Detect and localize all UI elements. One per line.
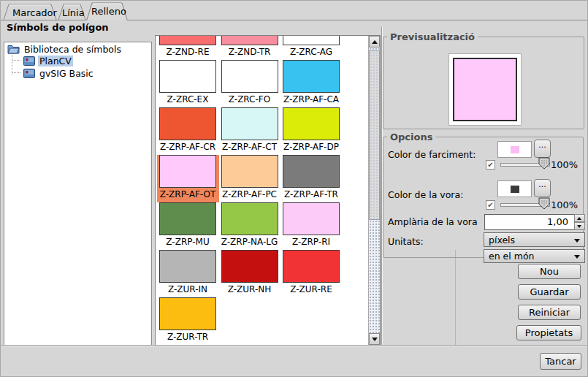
preview-frame <box>448 53 522 126</box>
scroll-thumb[interactable] <box>369 50 380 220</box>
swatch-color <box>159 202 216 235</box>
swatch-label: Z-ZRC-AG <box>280 47 342 57</box>
swatch-color <box>159 107 216 140</box>
fill-color-chip <box>511 146 519 153</box>
swatch-label: Z-ZRP-AF-CR <box>157 142 218 152</box>
tancar-button[interactable]: Tancar <box>540 353 581 370</box>
palette-item[interactable]: Z-ZUR-TR <box>157 297 219 345</box>
palette-item[interactable]: Z-ZUR-RE <box>280 250 343 297</box>
palette-item[interactable]: Z-ZUR-NH <box>219 250 281 297</box>
chevron-down-icon <box>574 255 580 259</box>
palette-item[interactable]: Z-ZRP-NA-LG <box>219 202 281 250</box>
bottom-divider <box>1 345 588 346</box>
tree-root-label: Biblioteca de símbols <box>23 44 123 55</box>
border-opacity-thumb[interactable] <box>538 197 550 210</box>
swatch-label: Z-ZRP-AF-CT <box>219 142 280 152</box>
swatch-scrollbar[interactable] <box>368 36 380 345</box>
swatch-label: Z-ZND-RE <box>157 47 218 57</box>
palette-item[interactable]: Z-ZRP-AF-CR <box>157 107 219 155</box>
palette-item[interactable]: Z-ZRP-MU <box>157 202 219 250</box>
palette-item[interactable]: Z-ZUR-IN <box>157 250 219 297</box>
tab-strip <box>1 1 588 21</box>
swatch-color <box>159 297 216 330</box>
swatch-color <box>221 107 278 140</box>
palette-item[interactable]: Z-ZND-TR <box>219 36 281 60</box>
palette-item[interactable]: Z-ZRP-RI <box>280 202 343 250</box>
swatch-label: Z-ZRP-RI <box>280 237 342 247</box>
swatch-panel: Z-ZND-REZ-ZND-TRZ-ZRC-AGZ-ZRC-EXZ-ZRC-FO… <box>155 35 381 346</box>
fill-color-label: Color de farciment: <box>388 149 476 160</box>
palette-item[interactable]: Z-ZND-RE <box>157 36 219 60</box>
reference-combobox[interactable]: en el món <box>484 249 585 263</box>
swatch-label: Z-ZUR-TR <box>157 332 218 342</box>
border-ellipsis-button[interactable]: ... <box>534 179 551 197</box>
fill-color-well[interactable] <box>497 141 532 158</box>
units-combobox[interactable]: píxels <box>484 232 585 247</box>
spinner-down-button[interactable] <box>574 222 585 230</box>
tree-connector-hline1 <box>12 60 20 61</box>
fill-opacity-value: 100% <box>551 159 578 170</box>
swatch-label: Z-ZRP-AF-DP <box>280 142 342 152</box>
preview-fill <box>453 58 517 121</box>
tree-connector-vline <box>12 53 12 75</box>
symbol-tree-panel: Biblioteca de símbols PlanCV gvSIG Basic <box>4 42 152 346</box>
split-line <box>381 27 382 345</box>
guardar-button[interactable]: Guardar <box>518 284 581 300</box>
tab-marcador[interactable]: Marcador <box>12 7 57 18</box>
palette-item[interactable]: Z-ZRC-EX <box>157 60 219 107</box>
swatch-color <box>159 36 216 45</box>
units-combobox-value: píxels <box>489 235 515 245</box>
tree-item-label: PlanCV <box>38 56 73 66</box>
spinner-up-button[interactable] <box>574 214 585 222</box>
swatch-color <box>283 250 340 283</box>
palette-item[interactable]: Z-ZRP-AF-PC <box>219 155 281 202</box>
arrow-down-icon <box>372 338 378 341</box>
border-color-chip <box>511 186 519 193</box>
nou-button[interactable]: Nou <box>518 264 581 279</box>
swatch-label: Z-ZUR-NH <box>219 284 280 294</box>
swatch-color <box>283 202 340 235</box>
swatch-color <box>283 107 340 140</box>
fill-opacity-thumb[interactable] <box>538 157 550 170</box>
arrow-up-icon <box>372 40 378 44</box>
tree-item-plancv[interactable]: PlanCV <box>23 56 73 67</box>
palette-item[interactable]: Z-ZRC-FO <box>219 60 281 107</box>
border-opacity-checkbox[interactable]: ✔ <box>486 200 495 210</box>
propietats-button[interactable]: Propietats <box>516 325 581 340</box>
tree-connector-hline2 <box>12 72 20 73</box>
swatch-label: Z-ZRP-AF-TR <box>280 189 342 199</box>
tab-linia[interactable]: Línia <box>62 7 85 18</box>
buttons-panel-line <box>455 250 456 345</box>
swatch-label: Z-ZRP-AF-CA <box>280 94 342 104</box>
palette-item[interactable]: Z-ZRC-AG <box>280 36 343 60</box>
border-color-well[interactable] <box>497 180 532 197</box>
symbol-selector-dialog: Marcador Línia Relleno Símbols de polígo… <box>0 0 588 377</box>
swatch-color <box>159 155 216 188</box>
tree-item-gvsig-basic[interactable]: gvSIG Basic <box>23 68 95 80</box>
preview-groupbox-title: Previsualització <box>387 31 478 42</box>
reiniciar-button[interactable]: Reiniciar <box>518 305 581 320</box>
fill-ellipsis-button[interactable]: ... <box>534 140 551 158</box>
palette-item[interactable]: Z-ZRP-AF-CT <box>219 107 281 155</box>
palette-item[interactable]: Z-ZRP-AF-TR <box>280 155 343 202</box>
swatch-viewport: Z-ZND-REZ-ZND-TRZ-ZRC-AGZ-ZRC-EXZ-ZRC-FO… <box>156 36 368 345</box>
arrow-up-icon <box>577 217 581 220</box>
symbol-library-icon <box>23 56 35 66</box>
palette-item[interactable]: Z-ZRP-AF-CA <box>280 60 343 107</box>
swatch-color <box>221 36 278 45</box>
scroll-up-button[interactable] <box>369 36 380 47</box>
swatch-color <box>159 60 216 93</box>
border-width-input[interactable]: 1,00 <box>484 214 575 230</box>
folder-open-icon <box>7 44 20 54</box>
fill-opacity-checkbox[interactable]: ✔ <box>486 160 495 170</box>
swatch-color <box>221 250 278 283</box>
scroll-down-button[interactable] <box>369 333 380 345</box>
palette-item[interactable]: Z-ZRP-AF-DP <box>280 107 343 155</box>
preview-groupbox: Previsualització <box>383 37 584 129</box>
page-title: Símbols de polígon <box>7 22 109 33</box>
tree-root-row[interactable]: Biblioteca de símbols <box>7 44 123 56</box>
swatch-color <box>283 60 340 93</box>
palette-item[interactable]: Z-ZRP-AF-OT <box>157 155 219 202</box>
swatch-label: Z-ZRC-FO <box>219 94 280 104</box>
tab-relleno[interactable]: Relleno <box>91 6 126 17</box>
